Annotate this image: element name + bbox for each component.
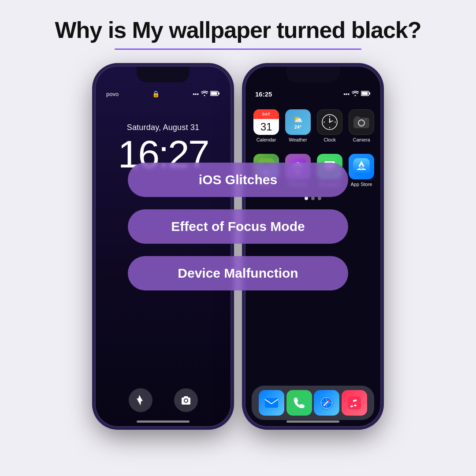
lock-status-icons: ▪▪▪ <box>193 91 220 97</box>
svg-rect-1 <box>211 92 217 95</box>
lock-status-bar: povo 🔒 ▪▪▪ <box>96 67 231 101</box>
safari-svg <box>319 395 334 410</box>
app-weather[interactable]: ⛅ 24° Weather <box>285 109 311 142</box>
camera-button[interactable] <box>174 388 198 412</box>
home-battery-icon <box>361 91 371 97</box>
svg-point-35 <box>328 400 330 402</box>
app-calendar[interactable]: SAT 31 Calendar <box>253 109 279 142</box>
music-svg <box>348 396 361 409</box>
phones-area: povo 🔒 ▪▪▪ <box>0 66 476 427</box>
calendar-header: SAT <box>253 109 279 119</box>
page-header: Why is My wallpaper turned black? <box>0 0 476 58</box>
overlay-pill-1: iOS Glitches <box>128 163 348 197</box>
mail-svg <box>264 398 279 408</box>
home-status-icons: ▪▪▪ <box>343 91 371 97</box>
svg-rect-4 <box>362 92 368 95</box>
svg-rect-2 <box>219 92 220 94</box>
wifi-icon <box>201 91 208 97</box>
camera-svg <box>353 115 369 129</box>
app-calendar-label: Calendar <box>257 137 276 142</box>
svg-rect-5 <box>369 93 371 95</box>
weather-cloud-icon: ⛅ <box>293 115 303 124</box>
app-appstore-label: App Store <box>351 182 372 187</box>
signal-icon: ▪▪▪ <box>193 91 199 97</box>
dock-music[interactable] <box>342 390 367 416</box>
home-time: 16:25 <box>255 90 272 98</box>
overlay-pill-2: Effect of Focus Mode <box>128 209 348 244</box>
weather-content: ⛅ 24° <box>285 109 311 135</box>
app-clock[interactable]: Clock <box>317 109 342 142</box>
lock-home-indicator <box>137 420 190 423</box>
overlay-labels: iOS Glitches Effect of Focus Mode Device… <box>128 163 348 290</box>
lock-date: Saturday, August 31 <box>96 123 231 132</box>
home-indicator <box>286 420 339 423</box>
app-camera-label: Camera <box>353 137 370 142</box>
header-underline <box>115 48 361 50</box>
app-appstore[interactable]: App Store <box>349 154 374 187</box>
appstore-svg <box>353 158 370 175</box>
app-dock <box>252 386 374 420</box>
flashlight-button[interactable] <box>129 388 152 412</box>
svg-point-19 <box>360 122 363 124</box>
phone-svg <box>293 397 305 409</box>
app-weather-label: Weather <box>289 137 307 142</box>
svg-point-20 <box>365 119 367 120</box>
calendar-day-label: SAT <box>262 112 271 116</box>
home-signal-icon: ▪▪▪ <box>343 91 350 97</box>
app-grid-row1: SAT 31 Calendar ⛅ 24° Weather <box>245 101 380 142</box>
svg-rect-30 <box>265 398 278 408</box>
page-title: Why is My wallpaper turned black? <box>26 17 450 43</box>
dock-phone[interactable] <box>286 390 312 416</box>
weather-temp: 24° <box>294 124 302 130</box>
dock-safari[interactable] <box>314 390 339 416</box>
home-status-bar: 16:25 ▪▪▪ <box>245 67 380 98</box>
svg-point-14 <box>329 122 331 123</box>
carrier-label: povo <box>106 91 119 97</box>
overlay-pill-3: Device Malfunction <box>128 256 348 290</box>
app-camera[interactable]: Camera <box>349 109 374 142</box>
lock-icon: 🔒 <box>152 90 160 97</box>
svg-point-36 <box>324 404 325 406</box>
dock-mail[interactable] <box>259 390 284 416</box>
svg-rect-29 <box>357 169 366 170</box>
clock-face-svg <box>321 114 338 130</box>
app-clock-label: Clock <box>324 137 336 142</box>
lock-bottom-controls <box>96 388 231 412</box>
home-wifi-icon <box>352 91 359 97</box>
calendar-day-number: 31 <box>260 119 272 135</box>
svg-rect-16 <box>355 116 360 119</box>
battery-icon <box>210 91 220 97</box>
svg-rect-37 <box>348 396 361 409</box>
